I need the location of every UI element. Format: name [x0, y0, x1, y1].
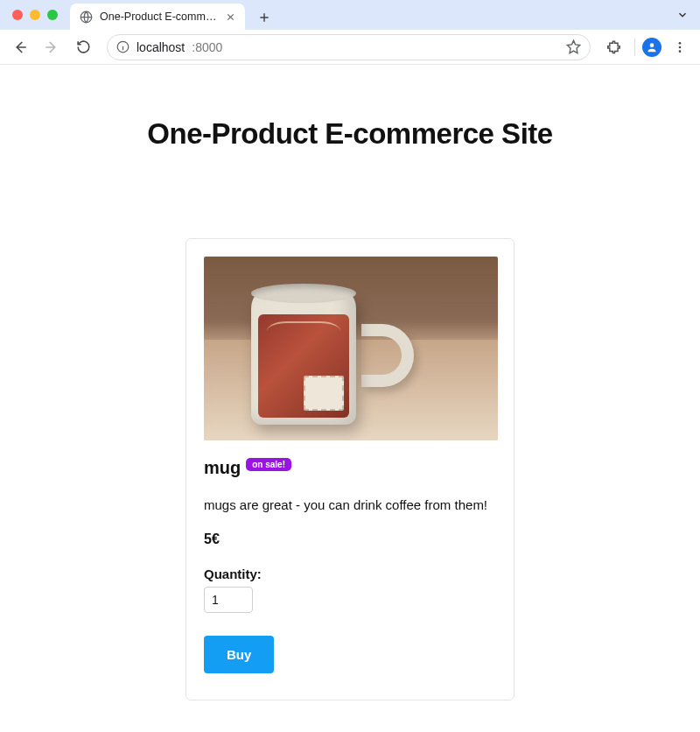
menu-button[interactable]	[667, 34, 693, 60]
address-bar[interactable]: localhost:8000	[107, 34, 591, 60]
new-tab-button[interactable]	[252, 5, 276, 30]
tab-title: One-Product E-commerce Sit	[100, 11, 217, 23]
back-button[interactable]	[7, 34, 33, 60]
page-content: One-Product E-commerce Site mug on sale!…	[0, 117, 700, 700]
product-image	[204, 257, 498, 440]
svg-point-3	[679, 42, 682, 45]
window-minimize-button[interactable]	[30, 10, 40, 20]
globe-icon	[79, 10, 93, 24]
product-price: 5€	[204, 531, 496, 547]
quantity-input[interactable]	[204, 587, 253, 613]
page-title: One-Product E-commerce Site	[18, 117, 682, 151]
product-card: mug on sale! mugs are great - you can dr…	[186, 238, 514, 700]
browser-chrome: One-Product E-commerce Sit lo	[0, 0, 700, 65]
toolbar-right	[601, 34, 693, 60]
browser-tab[interactable]: One-Product E-commerce Sit	[70, 4, 245, 30]
profile-button[interactable]	[642, 38, 662, 57]
svg-point-5	[679, 50, 682, 53]
forward-button[interactable]	[38, 34, 65, 60]
window-maximize-button[interactable]	[47, 10, 58, 20]
site-info-icon[interactable]	[116, 40, 130, 53]
product-description: mugs are great - you can drink coffee fr…	[204, 497, 496, 512]
url-host: localhost	[136, 40, 185, 54]
product-name: mug	[204, 458, 241, 478]
tab-list-button[interactable]	[672, 4, 693, 25]
svg-point-4	[679, 46, 682, 48]
window-controls	[7, 0, 65, 30]
sale-badge: on sale!	[246, 458, 291, 471]
tab-close-button[interactable]	[224, 11, 236, 23]
reload-button[interactable]	[70, 34, 96, 60]
product-name-row: mug on sale!	[204, 458, 496, 478]
extensions-button[interactable]	[601, 34, 627, 60]
bookmark-icon[interactable]	[566, 39, 581, 54]
toolbar-separator	[634, 39, 635, 56]
quantity-label: Quantity:	[204, 567, 496, 581]
toolbar: localhost:8000	[0, 30, 700, 65]
buy-button[interactable]: Buy	[204, 636, 274, 673]
svg-point-2	[650, 43, 654, 47]
window-close-button[interactable]	[12, 10, 23, 20]
url-port: :8000	[192, 40, 222, 54]
tab-strip: One-Product E-commerce Sit	[0, 0, 700, 30]
